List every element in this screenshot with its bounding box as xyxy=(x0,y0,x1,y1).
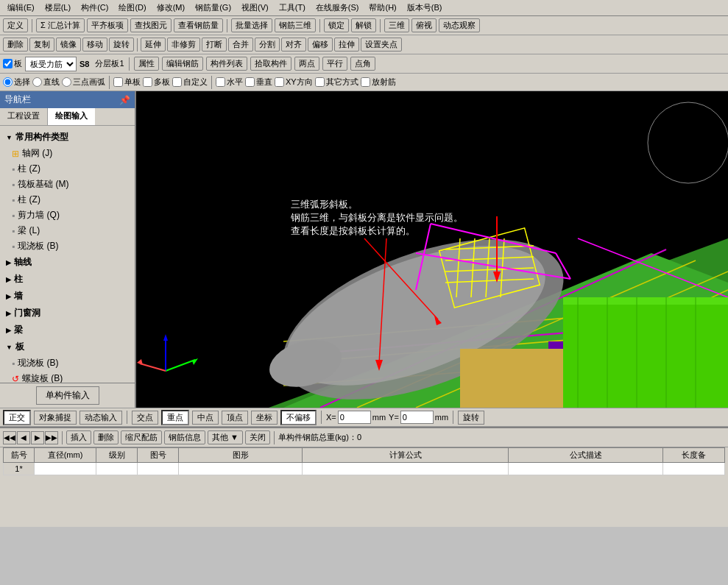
check-horizontal-label[interactable]: 水平 xyxy=(216,77,243,88)
btn-dynamic-view[interactable]: 动态观察 xyxy=(439,18,480,32)
check-xy[interactable] xyxy=(275,77,284,87)
menu-item-component[interactable]: 构件(C) xyxy=(77,1,113,14)
tree-wall[interactable]: ▶ 墙 xyxy=(3,288,132,305)
coord-y-input[interactable] xyxy=(400,411,434,424)
tree-board[interactable]: ▼ 板 xyxy=(3,338,132,355)
prop-select-type[interactable]: 板受力筋 xyxy=(25,57,77,71)
btn-no-trim[interactable]: 非修剪 xyxy=(167,38,200,52)
radio-line[interactable] xyxy=(32,77,42,87)
cell-desc[interactable] xyxy=(509,463,663,475)
btn-3d[interactable]: 三维 xyxy=(384,18,409,32)
btn-top-view[interactable]: 俯视 xyxy=(411,18,437,32)
btn-dynamic-input[interactable]: 动态输入 xyxy=(79,411,122,425)
check-custom-label[interactable]: 自定义 xyxy=(172,77,208,88)
btn-no-offset[interactable]: 不偏移 xyxy=(280,410,317,425)
btn-rotate[interactable]: 旋转 xyxy=(109,38,134,52)
btn-properties[interactable]: 属性 xyxy=(134,57,159,71)
check-custom[interactable] xyxy=(172,77,182,87)
tree-beam[interactable]: ▶ 梁 xyxy=(3,322,132,338)
check-vertical[interactable] xyxy=(245,77,255,87)
btn-delete[interactable]: 删除 xyxy=(3,38,28,52)
btn-align[interactable]: 对齐 xyxy=(281,38,306,52)
radio-select[interactable] xyxy=(3,77,13,87)
btn-vertex[interactable]: 顶点 xyxy=(222,411,248,425)
board-checkbox[interactable] xyxy=(3,59,13,68)
sidebar-pin-icon[interactable]: 📌 xyxy=(119,95,130,105)
menu-item-online[interactable]: 在线服务(S) xyxy=(311,1,364,14)
tab-drawing-input[interactable]: 绘图输入 xyxy=(48,108,95,125)
btn-point[interactable]: 点角 xyxy=(350,57,375,71)
check-single[interactable] xyxy=(113,77,123,87)
btn-break[interactable]: 打断 xyxy=(202,38,227,52)
btn-calculate[interactable]: Σ 汇总计算 xyxy=(36,18,85,32)
check-multi-label[interactable]: 多板 xyxy=(143,77,170,88)
btn-flat[interactable]: 平行 xyxy=(322,57,347,71)
btn-rotate-status[interactable]: 旋转 xyxy=(458,411,484,425)
cell-shape[interactable] xyxy=(179,463,303,475)
check-other[interactable] xyxy=(315,77,325,87)
btn-extend[interactable]: 延伸 xyxy=(141,38,166,52)
tree-item-axisnet[interactable]: ⊞ 轴网 (J) xyxy=(9,146,132,161)
btn-unlock[interactable]: 解锁 xyxy=(351,18,376,32)
btn-lock[interactable]: 锁定 xyxy=(324,18,349,32)
cell-fig-num[interactable] xyxy=(138,463,179,475)
tree-item-spiral-slab[interactable]: ↺ 螺旋板 (B) xyxy=(9,371,132,383)
btn-rebar-info[interactable]: 钢筋信息 xyxy=(164,430,205,444)
cell-grade[interactable] xyxy=(96,463,138,475)
btn-define[interactable]: 定义 xyxy=(3,18,28,32)
btn-level-plate[interactable]: 平齐板项 xyxy=(87,18,128,32)
btn-other[interactable]: 其他 ▼ xyxy=(208,430,243,444)
coord-x-input[interactable] xyxy=(338,411,371,424)
btn-batch-select[interactable]: 批量选择 xyxy=(231,18,272,32)
tab-project-settings[interactable]: 工程设置 xyxy=(0,108,48,125)
prop-checkbox[interactable]: 板 xyxy=(3,58,22,69)
nav-next[interactable]: ▶ xyxy=(31,431,44,444)
btn-snap[interactable]: 对象捕捉 xyxy=(34,411,77,425)
btn-midpoint[interactable]: 重点 xyxy=(161,410,189,425)
btn-offset[interactable]: 偏移 xyxy=(308,38,333,52)
btn-mirror[interactable]: 镜像 xyxy=(56,38,81,52)
btn-copy[interactable]: 复制 xyxy=(29,38,54,52)
btn-scale-rebar[interactable]: 缩尺配筋 xyxy=(121,430,162,444)
btn-split[interactable]: 分割 xyxy=(255,38,280,52)
tree-axis[interactable]: ▶ 轴线 xyxy=(3,254,132,271)
check-horizontal[interactable] xyxy=(216,77,225,87)
tree-item-shear-wall[interactable]: ▪ 剪力墙 (Q) xyxy=(9,208,132,223)
menu-item-draw[interactable]: 绘图(D) xyxy=(114,1,150,14)
tree-opening[interactable]: ▶ 门窗洞 xyxy=(3,305,132,322)
cell-diameter[interactable] xyxy=(35,463,96,475)
tree-item-cast-slab[interactable]: ▪ 现浇板 (B) xyxy=(9,238,132,254)
menu-item-modify[interactable]: 修改(M) xyxy=(152,1,190,14)
btn-delete-row[interactable]: 删除 xyxy=(93,430,119,444)
radio-line-label[interactable]: 直线 xyxy=(32,77,60,88)
btn-move[interactable]: 移动 xyxy=(82,38,107,52)
cell-formula[interactable] xyxy=(303,463,509,475)
btn-intersection[interactable]: 交点 xyxy=(132,411,158,425)
btn-set-grip[interactable]: 设置夹点 xyxy=(361,38,402,52)
btn-coord[interactable]: 坐标 xyxy=(251,411,278,425)
btn-close[interactable]: 关闭 xyxy=(245,430,270,444)
menu-item-version[interactable]: 版本号(B) xyxy=(403,1,447,14)
btn-find[interactable]: 查找图元 xyxy=(130,18,172,32)
check-xy-label[interactable]: XY方向 xyxy=(275,77,313,88)
check-single-label[interactable]: 单板 xyxy=(113,77,141,88)
menu-item-view[interactable]: 视图(V) xyxy=(237,1,273,14)
nav-first[interactable]: ◀◀ xyxy=(3,431,16,444)
check-vertical-label[interactable]: 垂直 xyxy=(245,77,272,88)
cell-length[interactable] xyxy=(663,463,725,475)
btn-insert[interactable]: 插入 xyxy=(66,430,91,444)
check-radial-label[interactable]: 放射筋 xyxy=(361,77,396,88)
tree-item-beam[interactable]: ▪ 梁 (L) xyxy=(9,223,132,238)
radio-arc[interactable] xyxy=(62,77,71,87)
btn-merge[interactable]: 合并 xyxy=(228,38,253,52)
btn-center[interactable]: 中点 xyxy=(192,411,219,425)
btn-two-points[interactable]: 两点 xyxy=(294,57,319,71)
btn-edit-rebar[interactable]: 编辑钢筋 xyxy=(162,57,203,71)
tree-item-cast-slab2[interactable]: ▪ 现浇板 (B) xyxy=(9,355,132,371)
tree-col[interactable]: ▶ 柱 xyxy=(3,271,132,288)
btn-stretch[interactable]: 拉伸 xyxy=(334,38,359,52)
btn-component-list[interactable]: 构件列表 xyxy=(206,57,247,71)
menu-item-help[interactable]: 帮助(H) xyxy=(364,1,400,14)
nav-last[interactable]: ▶▶ xyxy=(45,431,58,444)
check-radial[interactable] xyxy=(361,77,370,87)
